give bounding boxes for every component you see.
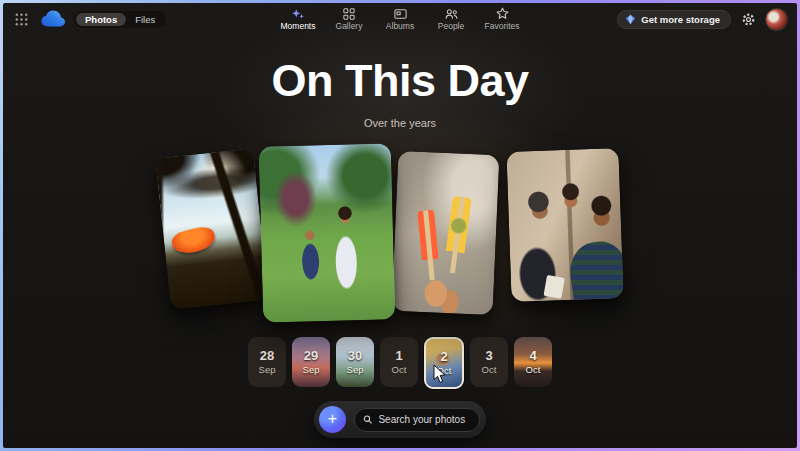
storage-button-label: Get more storage [641, 14, 720, 25]
star-icon [496, 7, 509, 20]
date-month: Oct [437, 365, 452, 376]
date-month: Oct [392, 364, 407, 375]
photo-card-kids-peace-signs[interactable] [259, 143, 396, 322]
date-tile-29-sep[interactable]: 29 Sep [292, 337, 330, 387]
date-tile-30-sep[interactable]: 30 Sep [336, 337, 374, 387]
people-icon [445, 7, 458, 20]
add-photos-button[interactable]: + [319, 406, 346, 433]
album-icon [394, 7, 407, 20]
bottom-action-bar: + [314, 401, 486, 438]
photo-card-family-selfie[interactable] [506, 148, 623, 302]
account-avatar[interactable] [766, 9, 787, 30]
page-title: On This Day [3, 55, 797, 107]
tab-moments[interactable]: Moments [279, 4, 317, 31]
page-subtitle: Over the years [3, 117, 797, 129]
date-tile-1-oct[interactable]: 1 Oct [380, 337, 418, 387]
grid-icon [343, 7, 355, 20]
date-month: Sep [259, 364, 276, 375]
plus-icon: + [328, 411, 337, 427]
tab-gallery[interactable]: Gallery [330, 4, 368, 31]
date-tile-28-sep[interactable]: 28 Sep [248, 337, 286, 387]
app-launcher-icon[interactable] [13, 11, 29, 27]
date-day: 30 [348, 349, 362, 363]
onedrive-photos-screen: Photos Files Moments [3, 3, 797, 448]
tab-people-label: People [438, 21, 464, 31]
tab-albums[interactable]: Albums [381, 4, 419, 31]
date-strip: 28 Sep 29 Sep 30 Sep 1 Oct 2 Oct 3 Oct [3, 337, 797, 389]
date-month: Oct [526, 364, 541, 375]
tab-people[interactable]: People [432, 4, 470, 31]
top-bar-right: Get more storage [617, 3, 787, 35]
date-day: 2 [440, 350, 447, 364]
photo-card-popsicles[interactable] [392, 151, 500, 315]
date-tile-3-oct[interactable]: 3 Oct [470, 337, 508, 387]
date-tile-2-oct-selected[interactable]: 2 Oct [424, 337, 464, 389]
date-day: 28 [260, 349, 274, 363]
search-bar[interactable] [354, 408, 480, 432]
app-frame: Photos Files Moments [0, 0, 800, 451]
search-icon [363, 414, 372, 425]
tab-favorites-label: Favorites [485, 21, 520, 31]
main-nav: Moments Gallery [279, 4, 521, 31]
date-day: 1 [395, 349, 402, 363]
hero: On This Day Over the years [3, 55, 797, 129]
photos-files-toggle: Photos Files [74, 11, 166, 28]
date-day: 4 [529, 349, 536, 363]
get-more-storage-button[interactable]: Get more storage [617, 10, 731, 29]
onedrive-logo-icon[interactable] [38, 10, 65, 28]
tab-favorites[interactable]: Favorites [483, 4, 521, 31]
tab-albums-label: Albums [386, 21, 414, 31]
top-bar-left: Photos Files [13, 3, 166, 35]
diamond-icon [625, 14, 636, 25]
date-day: 29 [304, 349, 318, 363]
search-input[interactable] [378, 414, 471, 425]
date-month: Sep [303, 364, 320, 375]
memory-photo-strip [161, 143, 626, 325]
date-tile-4-oct[interactable]: 4 Oct [514, 337, 552, 387]
sparkles-icon [291, 7, 305, 20]
photo-card-hammock[interactable] [155, 148, 268, 309]
date-month: Oct [482, 364, 497, 375]
date-day: 3 [485, 349, 492, 363]
toggle-files[interactable]: Files [126, 13, 164, 26]
toggle-photos[interactable]: Photos [76, 13, 126, 26]
date-month: Sep [347, 364, 364, 375]
top-bar: Photos Files Moments [3, 3, 797, 35]
tab-moments-label: Moments [281, 21, 316, 31]
tab-gallery-label: Gallery [336, 21, 363, 31]
settings-gear-icon[interactable] [741, 12, 756, 27]
